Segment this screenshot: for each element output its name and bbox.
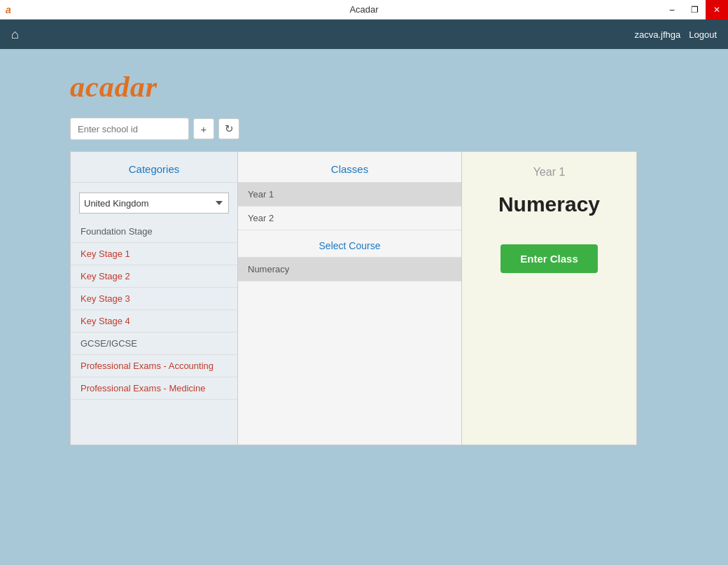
category-item-key-stage-4[interactable]: Key Stage 4 [71, 310, 237, 333]
app-title: Acadar [349, 4, 378, 15]
category-item-key-stage-2[interactable]: Key Stage 2 [71, 265, 237, 288]
category-item-gcse[interactable]: GCSE/IGCSE [71, 333, 237, 355]
class-item[interactable]: Year 2 [238, 207, 461, 230]
logo: acadar [70, 70, 658, 104]
select-course-header: Select Course [238, 230, 461, 258]
categories-header: Categories [71, 152, 237, 183]
course-item[interactable]: Numeracy [238, 258, 461, 281]
class-item[interactable]: Year 1 [238, 183, 461, 207]
logout-button[interactable]: Logout [689, 29, 717, 40]
app-icon: a [6, 4, 11, 15]
category-list: Foundation StageKey Stage 1Key Stage 2Ke… [71, 221, 237, 400]
course-list: Numeracy [238, 258, 461, 281]
class-list: Year 1Year 2 [238, 183, 461, 230]
panels: Categories United KingdomUnited StatesAu… [70, 151, 658, 445]
category-item-prof-accounting[interactable]: Professional Exams - Accounting [71, 355, 237, 377]
selected-course-name: Numeracy [498, 193, 600, 216]
school-id-row: + ↻ [70, 118, 658, 140]
categories-panel: Categories United KingdomUnited StatesAu… [70, 151, 238, 445]
category-item-key-stage-3[interactable]: Key Stage 3 [71, 288, 237, 310]
home-icon[interactable]: ⌂ [11, 27, 19, 42]
username-label: zacva.jfhga [634, 29, 680, 40]
classes-panel: Classes Year 1Year 2 Select Course Numer… [238, 151, 462, 445]
classes-header: Classes [238, 152, 461, 183]
main-content: acadar + ↻ Categories United KingdomUnit… [0, 49, 728, 565]
info-panel: Year 1 Numeracy Enter Class [462, 151, 637, 445]
add-school-button[interactable]: + [193, 118, 214, 139]
category-item-prof-medicine[interactable]: Professional Exams - Medicine [71, 377, 237, 400]
restore-button[interactable]: ❐ [683, 0, 706, 20]
nav-bar: ⌂ zacva.jfhga Logout [0, 20, 728, 49]
category-item-foundation-stage[interactable]: Foundation Stage [71, 221, 237, 243]
window-controls: – ❐ ✕ [661, 0, 728, 20]
minimize-button[interactable]: – [661, 0, 683, 20]
refresh-button[interactable]: ↻ [218, 118, 239, 139]
selected-year-label: Year 1 [533, 166, 566, 179]
enter-class-button[interactable]: Enter Class [500, 244, 598, 273]
title-bar: a Acadar – ❐ ✕ [0, 0, 728, 20]
school-id-input[interactable] [70, 118, 189, 140]
category-item-key-stage-1[interactable]: Key Stage 1 [71, 243, 237, 265]
country-select-wrapper: United KingdomUnited StatesAustraliaCana… [71, 183, 237, 221]
country-select[interactable]: United KingdomUnited StatesAustraliaCana… [79, 193, 229, 214]
close-button[interactable]: ✕ [706, 0, 728, 20]
user-area: zacva.jfhga Logout [634, 29, 717, 40]
